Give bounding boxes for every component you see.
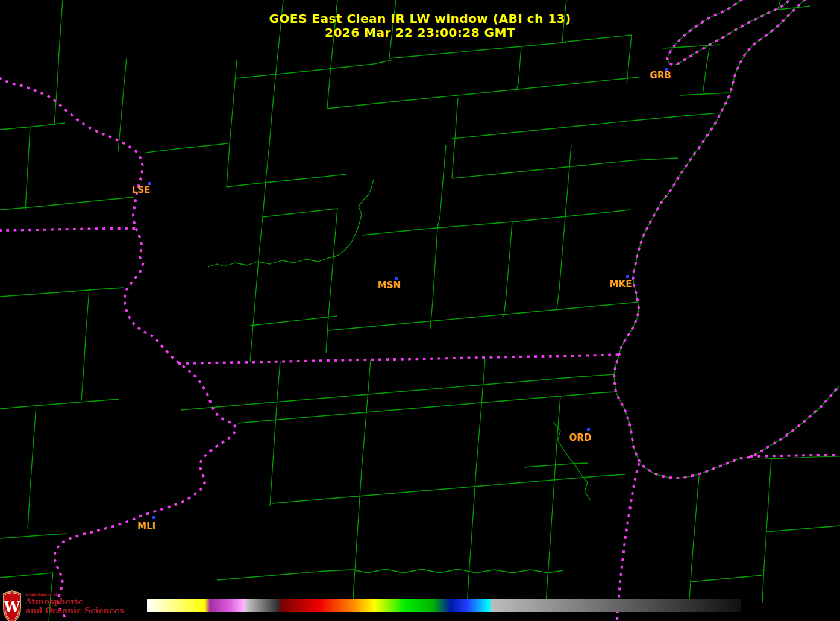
station-dot-MKE — [626, 275, 629, 278]
station-label-ORD: ORD — [569, 432, 592, 443]
station-dot-ORD — [587, 428, 590, 431]
product-title: GOES East Clean IR LW window (ABI ch 13) — [0, 12, 840, 26]
map-canvas — [0, 0, 840, 621]
station-label-MKE: MKE — [610, 279, 632, 289]
station-label-MSN: MSN — [378, 280, 401, 291]
il-in-border — [617, 464, 639, 621]
mn-ia-border — [0, 229, 136, 230]
wi-il-border — [180, 355, 624, 364]
uw-aos-logo: W Department of Atmospheric and Oceanic … — [3, 590, 124, 621]
uw-crest-icon: W — [3, 590, 21, 621]
ir-colorbar — [147, 599, 741, 612]
satellite-viewer-window: GOES East Clean IR LW window (ABI ch 13)… — [0, 0, 840, 621]
logo-line2: and Oceanic Sciences — [25, 606, 124, 615]
lake-michigan-shore — [614, 0, 839, 478]
mississippi-river-border — [0, 78, 236, 621]
state-boundary-dotted-lines — [0, 0, 840, 621]
logo-line1: Atmospheric — [25, 597, 124, 606]
station-label-LSE: LSE — [132, 184, 151, 195]
lake-shoreline-green — [614, 0, 840, 478]
station-dot-MLI — [152, 516, 155, 519]
station-label-MLI: MLI — [137, 521, 155, 532]
image-timestamp: 2026 Mar 22 23:00:28 GMT — [0, 26, 840, 40]
in-mi-border — [751, 455, 840, 456]
station-label-GRB: GRB — [650, 70, 671, 81]
svg-text:W: W — [4, 598, 21, 616]
river-lines — [208, 180, 591, 573]
image-title-block: GOES East Clean IR LW window (ABI ch 13)… — [0, 12, 840, 40]
